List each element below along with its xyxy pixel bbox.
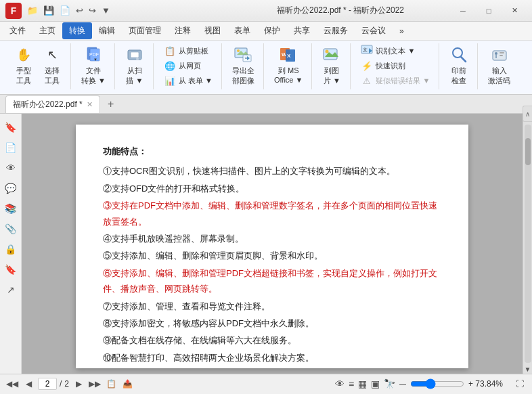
svg-rect-29 [500, 55, 503, 56]
page-forward-button[interactable]: ▶ [72, 377, 85, 391]
sidebar-comments-icon[interactable]: 💬 [3, 180, 19, 196]
status-bar-right: 👁 ≡ ▦ ▣ 🔭 ─ + 73.84% ⛶ [335, 377, 527, 391]
ribbon: ✋ 手型工具 ↖ 选择工具 PDF ▼ [0, 41, 532, 95]
menu-file[interactable]: 文件 [3, 22, 32, 39]
activation-icon [490, 45, 509, 64]
scan-icon [125, 45, 144, 64]
scroll-track[interactable] [525, 125, 531, 363]
menu-cloud-meeting[interactable]: 云会议 [355, 22, 393, 39]
undo-icon[interactable]: ↩ [74, 4, 85, 17]
prev-page-button[interactable]: ◀◀ [5, 377, 19, 391]
menu-protect[interactable]: 保护 [257, 22, 287, 39]
svg-text:PDF: PDF [89, 52, 99, 57]
input-activation-button[interactable]: 输入激活码 [485, 43, 514, 88]
from-clipboard-button[interactable]: 📋 从剪贴板 [160, 43, 216, 58]
close-tab-button[interactable]: ✕ [87, 100, 93, 109]
ribbon-collapse-button[interactable]: ∧ [523, 106, 532, 122]
scroll-thumb[interactable] [525, 138, 531, 165]
sidebar-nav-icon[interactable]: ↗ [3, 282, 19, 298]
svg-point-6 [136, 58, 139, 60]
hand-tool-button[interactable]: ✋ 手型工具 [11, 43, 37, 88]
status-bar: ◀◀ ◀ / 2 ▶ ▶▶ 📋 📤 👁 ≡ ▦ ▣ 🔭 ─ + 73.84% ⛶ [0, 374, 532, 393]
ribbon-group-identify: 文 识别文本 ▼ ⚡ 快速识别 ⚠ 疑似错误结果 ▼ [352, 43, 439, 89]
new-icon[interactable]: 📄 [58, 4, 72, 17]
menu-view[interactable]: 视图 [198, 22, 227, 39]
doc-item-10: ⑩配备智慧打印、高效招聘两大企业场景化解决方案。 [103, 350, 441, 366]
sidebar-signatures-icon[interactable]: 👁 [3, 160, 19, 176]
hand-icon: ✋ [14, 45, 33, 64]
quick-identify-icon: ⚡ [361, 60, 373, 72]
menu-more[interactable]: » [393, 24, 411, 39]
menu-bar: 文件 主页 转换 编辑 页面管理 注释 视图 表单 保护 共享 云服务 云会议 … [0, 22, 532, 41]
ribbon-group-to-office: W X 到 MSOffice ▼ [265, 43, 312, 89]
doc-item-4: ④支持手机放映遥控器、屏幕录制。 [103, 231, 441, 246]
file-convert-button[interactable]: PDF ▼ 文件转换 ▼ [78, 43, 109, 88]
next-page-button[interactable]: ▶▶ [88, 377, 102, 391]
select-tool-button[interactable]: ↖ 选择工具 [39, 43, 65, 88]
maximize-button[interactable]: □ [476, 4, 501, 18]
svg-text:▼: ▼ [93, 58, 97, 62]
svg-point-9 [237, 49, 240, 52]
content-area[interactable]: 功能特点： ①支持OCR图文识别，快速将扫描件、图片上的文字转换为可编辑的文本。… [22, 114, 523, 374]
sidebar-security-icon[interactable]: 🔒 [3, 241, 19, 257]
preflight-button[interactable]: 印前检查 [446, 43, 472, 88]
menu-form[interactable]: 表单 [227, 22, 257, 39]
sidebar-pages-icon[interactable]: 📄 [3, 139, 19, 156]
scroll-mode-icon[interactable]: ▣ [371, 378, 380, 389]
svg-rect-5 [131, 52, 139, 58]
menu-edit[interactable]: 编辑 [92, 22, 122, 39]
open-icon[interactable]: 📁 [26, 4, 39, 17]
eye-view-icon[interactable]: 👁 [335, 378, 345, 389]
identify-text-button[interactable]: 文 识别文本 ▼ [357, 43, 433, 58]
menu-page-manage[interactable]: 页面管理 [122, 22, 168, 39]
zoom-slider[interactable] [410, 378, 464, 389]
menu-home[interactable]: 主页 [32, 22, 62, 39]
sidebar-bookmark2-icon[interactable]: 🔖 [3, 261, 19, 278]
single-page-icon[interactable]: ≡ [349, 378, 354, 389]
sidebar-attachments-icon[interactable]: 📎 [3, 221, 19, 237]
right-scrollbar[interactable]: ▲ ▼ [523, 114, 532, 374]
preflight-icon [449, 45, 468, 64]
suspected-errors-button[interactable]: ⚠ 疑似错误结果 ▼ [357, 73, 433, 88]
minimize-button[interactable]: ─ [451, 4, 475, 18]
doc-item-9: ⑨配备文档在线存储、在线编辑等六大在线服务。 [103, 332, 441, 348]
to-ms-office-button[interactable]: W X 到 MSOffice ▼ [271, 43, 306, 86]
from-form-button[interactable]: 📊 从 表单 ▼ [160, 73, 216, 88]
menu-convert[interactable]: 转换 [62, 22, 92, 39]
doc-item-3: ③支持在PDF文档中添加、编辑、删除和管理数字签名，并在多个页面的相同位置快速放… [103, 198, 441, 229]
total-pages: 2 [64, 379, 69, 389]
redo-icon[interactable]: ↪ [87, 4, 97, 17]
app-logo-area: F [5, 3, 26, 19]
document-tab[interactable]: 福昕办公2022.pdf * ✕ [5, 95, 100, 113]
ribbon-group-activation: 输入激活码 [479, 43, 519, 89]
menu-share[interactable]: 共享 [287, 22, 317, 39]
svg-text:X: X [287, 53, 291, 59]
web-icon: 🌐 [164, 60, 176, 72]
close-button[interactable]: ✕ [502, 4, 527, 18]
quick-identify-button[interactable]: ⚡ 快速识别 [357, 58, 433, 73]
fullscreen-button[interactable]: ⛶ [513, 377, 527, 391]
share-doc-button[interactable]: 📤 [120, 377, 134, 391]
save-icon[interactable]: 💾 [42, 4, 56, 17]
to-image-button[interactable]: 到图片 ▼ [319, 43, 345, 88]
doc-item-1: ①支持OCR图文识别，快速将扫描件、图片上的文字转换为可编辑的文本。 [103, 163, 441, 179]
export-all-images-button[interactable]: 导出全部图像 [229, 43, 258, 88]
menu-annotate[interactable]: 注释 [168, 22, 198, 39]
sidebar-layers-icon[interactable]: 📚 [3, 200, 19, 217]
save-copy-button[interactable]: 📋 [104, 377, 118, 391]
scan-button[interactable]: 从扫描 ▼ [122, 43, 148, 88]
quicktools-more[interactable]: ▼ [100, 4, 112, 17]
ribbon-group-scan: 从扫描 ▼ [116, 43, 154, 89]
pdf-page: 功能特点： ①支持OCR图文识别，快速将扫描件、图片上的文字转换为可编辑的文本。… [76, 125, 468, 368]
two-page-icon[interactable]: ▦ [358, 378, 367, 389]
add-tab-button[interactable]: + [103, 97, 119, 112]
page-number-input[interactable] [38, 378, 57, 390]
menu-cloud[interactable]: 云服务 [317, 22, 355, 39]
from-web-button[interactable]: 🌐 从网页 [160, 58, 216, 73]
sidebar-bookmark-icon[interactable]: 🔖 [3, 119, 19, 135]
page-back-button[interactable]: ◀ [22, 377, 35, 391]
zoom-minus[interactable]: ─ [399, 378, 406, 389]
suspected-errors-icon: ⚠ [361, 74, 373, 87]
zoom-mode-icon[interactable]: 🔭 [384, 378, 395, 389]
scroll-down-button[interactable]: ▼ [523, 364, 533, 374]
